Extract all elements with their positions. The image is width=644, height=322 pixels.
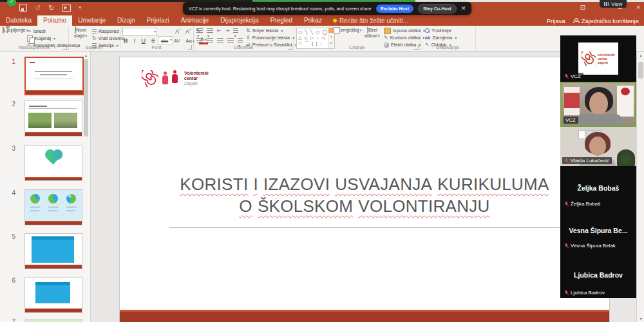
close-icon[interactable]: × xyxy=(636,4,640,11)
outline-icon xyxy=(384,35,388,41)
slide-title[interactable]: KORISTIIIZAZOVIUSVAJANJAKURIKULUMA OŠKOL… xyxy=(120,173,609,217)
bullets-button[interactable] xyxy=(196,28,203,33)
muted-mic-icon xyxy=(564,74,569,79)
strikethrough-button[interactable]: S xyxy=(150,37,156,44)
thumbnail-slide-2[interactable] xyxy=(24,100,82,137)
view-label: View xyxy=(611,1,622,7)
paragraph-dialog-launcher[interactable] xyxy=(288,45,292,50)
shrink-font-button[interactable]: A˅ xyxy=(184,28,193,35)
participant-tile-vcz-logo[interactable]: volonterski centar zagreb VCZ xyxy=(560,35,636,82)
character-spacing-button[interactable]: AV xyxy=(173,39,181,43)
font-name-combobox[interactable] xyxy=(122,28,157,36)
shape-fill-label: Ispuna oblika xyxy=(393,28,421,33)
participant-name-badge: VCZ xyxy=(562,73,583,80)
qat-customize-icon[interactable]: ▾ xyxy=(79,5,81,11)
redo-icon[interactable]: ↻ xyxy=(48,5,54,11)
tab-polazno[interactable]: Polazno xyxy=(37,15,72,26)
drawing-dialog-launcher[interactable] xyxy=(414,45,419,50)
participant-tile-ljubica[interactable]: Ljubica Badrov Ljubica Badrov xyxy=(560,251,636,298)
line-spacing-button[interactable] xyxy=(233,28,238,33)
align-left-button[interactable] xyxy=(196,38,203,43)
italic-button[interactable]: I xyxy=(133,37,137,44)
scroll-up-icon[interactable]: ▴ xyxy=(637,53,644,57)
shape-outline-button[interactable]: Kontura oblika xyxy=(384,34,425,41)
justify-button[interactable] xyxy=(227,38,234,43)
group-label-clipboard: Međuspremnik xyxy=(0,44,68,50)
tab-umetanje[interactable]: Umetanje xyxy=(72,15,111,26)
columns-button[interactable] xyxy=(238,38,243,43)
quick-styles-button[interactable]: Brzi stilovi xyxy=(362,27,383,39)
scroll-down-icon[interactable]: ▾ xyxy=(637,316,644,321)
vcz-logo: Volonterski centar Zagreb xyxy=(142,70,209,87)
grow-font-button[interactable]: A˄ xyxy=(174,28,182,35)
shape-fill-button[interactable]: Ispuna oblika xyxy=(384,27,425,34)
align-center-button[interactable] xyxy=(207,38,213,43)
thumb-number-2: 2 xyxy=(3,100,15,108)
thumbnail-slide-5[interactable] xyxy=(24,233,82,269)
new-slide-button[interactable]: Novi slajd xyxy=(70,27,91,39)
participant-tile-vlasta[interactable]: Vlasta Lukačević xyxy=(560,127,636,166)
thumbnail-slide-4[interactable] xyxy=(24,189,82,225)
thumb-number-7: 7 xyxy=(3,318,15,322)
tell-me-box[interactable]: Recite što želite učiniti... xyxy=(328,15,413,26)
spiral-icon xyxy=(582,52,596,66)
find-button[interactable]: Traženje xyxy=(425,27,457,34)
toast-close-icon[interactable]: ✕ xyxy=(461,6,466,12)
zoom-participants-panel: volonterski centar zagreb VCZ VCZ xyxy=(560,35,636,298)
tab-dizajn[interactable]: Dizajn xyxy=(111,15,141,26)
slide-area-scrollbar[interactable]: ▴ ▾ xyxy=(636,52,644,322)
stay-co-host-button[interactable]: Stay Co-Host xyxy=(418,4,457,14)
tab-datoteka[interactable]: Datoteka xyxy=(0,15,37,26)
thumbnail-slide-6[interactable] xyxy=(24,277,82,313)
participant-center-name: Ljubica Badrov xyxy=(560,271,636,279)
participant-tile-zeljka[interactable]: Željka Bobaš Željka Bobaš xyxy=(560,166,636,209)
share-button[interactable]: Zajedničko korištenje xyxy=(573,17,639,24)
tab-prijelazi[interactable]: Prijelazi xyxy=(141,15,175,26)
tab-pregled[interactable]: Pregled xyxy=(265,15,298,26)
increase-indent-icon[interactable]: ⇥ xyxy=(225,28,230,33)
tab-dijaprojekcija[interactable]: Dijaprojekcija xyxy=(214,15,264,26)
person-icon xyxy=(573,18,579,23)
arrange-button[interactable]: Razmještaj xyxy=(334,27,361,33)
scrollbar-thumb[interactable] xyxy=(638,62,643,79)
scrollbar-thumb[interactable] xyxy=(84,59,88,137)
thumbnail-slide-7[interactable] xyxy=(24,319,82,322)
tab-animacije[interactable]: Animacije xyxy=(175,15,214,26)
sign-in-link[interactable]: Prijava xyxy=(547,17,565,24)
start-slideshow-icon[interactable] xyxy=(62,5,71,12)
poster-right xyxy=(617,86,634,117)
scroll-up-icon[interactable]: ▴ xyxy=(83,53,89,57)
save-icon[interactable] xyxy=(19,4,27,12)
tell-me-label: Recite što želite učiniti... xyxy=(339,17,408,24)
text-shadow-button[interactable]: abc xyxy=(160,39,169,43)
thumbnail-slide-1[interactable] xyxy=(24,57,84,95)
participant-tile-vcz-video[interactable]: VCZ xyxy=(560,82,636,127)
thumbnail-slide-3[interactable] xyxy=(24,145,82,181)
reclaim-host-button[interactable]: Reclaim Host xyxy=(376,5,413,13)
clipboard-dialog-launcher[interactable] xyxy=(62,45,67,50)
bold-button[interactable]: B xyxy=(122,37,129,44)
decrease-indent-icon[interactable]: ⇤ xyxy=(217,28,222,33)
cut-label: Izreži xyxy=(33,28,46,34)
underline-button[interactable]: U xyxy=(140,37,147,44)
numbering-button[interactable] xyxy=(207,28,213,33)
paste-button[interactable]: Ljepljenje xyxy=(3,27,26,33)
align-text-button[interactable]: ⇕Poravnanje teksta xyxy=(246,34,297,41)
tab-prikaz[interactable]: Prikaz xyxy=(298,15,328,26)
font-dialog-launcher[interactable] xyxy=(187,45,192,50)
logo-line1: Volonterski xyxy=(184,71,209,76)
group-label-slides: Slajdovi xyxy=(68,44,120,50)
thumbnail-scrollbar[interactable]: ▴ xyxy=(83,53,89,321)
zoom-view-button[interactable]: View xyxy=(600,0,627,8)
group-paragraph: ⇤ ⇥ ⇅Smjer teksta ⇕Poravnanje teksta ⇄Pr… xyxy=(193,26,294,51)
align-right-button[interactable] xyxy=(217,38,223,43)
slide-canvas[interactable]: Volonterski centar Zagreb KORISTIIIZAZOV… xyxy=(119,57,610,322)
participant-tile-vesna[interactable]: Vesna Šipura Be... Vesna Šipura Belak xyxy=(560,209,636,251)
title-line-2: OŠKOLSKOMVOLONTIRANJU xyxy=(120,195,609,217)
undo-icon[interactable]: ↺ xyxy=(35,5,41,11)
ribbon-display-options-icon[interactable]: ⊡ xyxy=(580,4,585,11)
replace-button[interactable]: abZamjena xyxy=(425,34,457,41)
plant xyxy=(617,149,635,166)
participant-name-badge: VCZ xyxy=(564,117,578,124)
text-direction-button[interactable]: ⇅Smjer teksta xyxy=(246,27,297,34)
